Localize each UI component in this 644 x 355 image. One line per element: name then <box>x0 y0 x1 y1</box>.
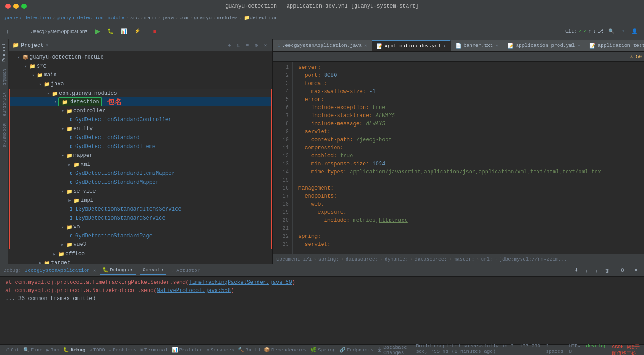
stop-button[interactable]: ■ <box>151 26 159 37</box>
bc-master[interactable]: master: <box>454 257 475 262</box>
tab-banner[interactable]: 📄 banner.txt ✕ <box>451 40 503 51</box>
status-problems[interactable]: ⚠ Problems <box>109 347 136 353</box>
debug-settings-button[interactable]: ⚙ <box>618 265 627 276</box>
debug-clear[interactable]: 🗑 <box>602 265 612 276</box>
profile-button[interactable]: ⚡ <box>131 26 143 37</box>
tree-item-mapper[interactable]: ▾ 📁 mapper <box>9 151 272 160</box>
bc-item-4[interactable]: main <box>144 15 156 21</box>
status-git[interactable]: ⎇ Git <box>4 347 20 353</box>
status-profiler[interactable]: 📊 Profiler <box>172 347 203 353</box>
tree-item-service[interactable]: ▾ 📁 service <box>9 187 272 196</box>
bc-url[interactable]: url: <box>481 257 492 262</box>
tree-item-gyd-controller[interactable]: C GydDetectionStandardController <box>9 115 272 124</box>
close-button[interactable] <box>5 4 11 9</box>
coverage-button[interactable]: 📊 <box>118 26 130 37</box>
bc-item-6[interactable]: com <box>179 15 188 21</box>
settings-icon[interactable]: ⚙ <box>253 42 260 49</box>
expand-icon[interactable]: ⇅ <box>235 42 242 49</box>
tree-item-root[interactable]: ▾ 📦 guanyu-detection-module <box>9 53 272 62</box>
tab-close-jeecg[interactable]: ✕ <box>364 43 367 48</box>
tab-app-dev[interactable]: 📝 application-dev.yml ● <box>372 40 451 51</box>
bc-item-8[interactable]: modules <box>217 15 238 21</box>
code-content[interactable]: server: port: 8080 tomcat: max-swallow-s… <box>293 62 644 254</box>
status-deps[interactable]: 📦 Dependencies <box>264 347 307 353</box>
maximize-button[interactable] <box>21 4 27 9</box>
debug-step-over[interactable]: ⬇ <box>572 265 581 276</box>
bc-jdbc[interactable]: jdbc:mysql://rm-2zem... <box>499 257 567 262</box>
position-text[interactable]: 137:230 <box>520 343 540 355</box>
tree-item-impl[interactable]: ▶ 📁 impl <box>9 196 272 205</box>
status-find[interactable]: 🔍 Find <box>23 347 42 353</box>
bc-datasource[interactable]: datasource: <box>346 257 378 262</box>
bc-spring[interactable]: spring: <box>318 257 339 262</box>
vcs-update-button[interactable]: ↓ <box>4 26 12 37</box>
debug-tab-console[interactable]: Console <box>140 266 166 275</box>
tree-item-page[interactable]: C GydDetectionStandardPage <box>9 232 272 241</box>
bc-item-9[interactable]: detection <box>250 15 276 21</box>
locate-icon[interactable]: ⊕ <box>226 42 233 49</box>
tab-close-app-prod[interactable]: ✕ <box>577 43 580 48</box>
minimize-button[interactable] <box>13 4 19 9</box>
bc-item-1[interactable]: guanyu-detection <box>4 15 51 21</box>
status-build[interactable]: 🔨 Build <box>238 347 260 353</box>
encoding-text[interactable]: UTF-8 <box>569 343 580 355</box>
sidebar-label-project[interactable]: Project <box>2 43 7 62</box>
sidebar-label-commit[interactable]: Commit <box>2 69 7 85</box>
tree-item-service1[interactable]: I IGydDetectionStandardItemsService <box>9 205 272 214</box>
sidebar-label-bookmarks[interactable]: Bookmarks <box>2 123 7 148</box>
collapse-icon[interactable]: ≡ <box>244 42 251 49</box>
debug-close-icon[interactable]: ✕ <box>93 268 96 273</box>
close-panel-icon[interactable]: ✕ <box>262 42 269 49</box>
vcs-push-button[interactable]: ↑ <box>13 26 21 37</box>
tree-item-mapper1[interactable]: C GydDetectionStandardItemsMapper <box>9 169 272 178</box>
help-button[interactable]: ? <box>619 26 627 37</box>
tab-close-banner[interactable]: ✕ <box>496 43 498 48</box>
tree-item-service2[interactable]: I IGydDetectionStandardService <box>9 214 272 223</box>
status-run[interactable]: ▶ Run <box>46 347 59 353</box>
bc-item-5[interactable]: java <box>162 15 174 21</box>
status-spring[interactable]: 🌿 Spring <box>310 347 336 353</box>
bc-item-7[interactable]: guanyu <box>194 15 212 21</box>
warning-count[interactable]: ⚠ 50 <box>630 54 642 59</box>
debug-step-out[interactable]: ↑ <box>593 265 601 276</box>
status-db-changes[interactable]: 🗄 Database Changes <box>377 345 412 355</box>
branch-text[interactable]: develop <box>586 343 606 355</box>
debug-tab-debugger[interactable]: 🐛 Debugger <box>100 266 136 275</box>
search-button[interactable]: 🔍 <box>606 26 617 37</box>
tree-item-main[interactable]: ▾ 📁 main <box>9 71 272 80</box>
tab-jeecg-java[interactable]: ☕ JeecgSystemApplication.java ✕ <box>273 40 372 51</box>
tree-item-target[interactable]: ▶ 📁 target <box>9 258 272 264</box>
debug-link-1[interactable]: TimeTrackingPacketSender.java:50 <box>189 279 292 286</box>
tree-item-com-guanyu[interactable]: ▾ 📁 com.guanyu.modules <box>9 89 272 97</box>
bc-datasource2[interactable]: datasource: <box>415 257 447 262</box>
tree-item-gyd-entity1[interactable]: C GydDetectionStandard <box>9 133 272 142</box>
status-terminal[interactable]: ⊞ Terminal <box>140 347 168 353</box>
tree-item-controller[interactable]: ▾ 📁 controller <box>9 106 272 115</box>
run-button[interactable]: ▶ <box>92 26 103 37</box>
run-config-button[interactable]: JeecgSystemApplication ▾ <box>29 26 90 37</box>
tree-item-mapper2[interactable]: C GydDetectionStandardMapper <box>9 178 272 187</box>
bc-item-3[interactable]: src <box>130 15 139 21</box>
status-endpoints[interactable]: 🔗 Endpoints <box>339 347 373 353</box>
tree-item-src[interactable]: ▾ 📁 src <box>9 62 272 71</box>
status-debug[interactable]: 🐛 Debug <box>63 347 85 353</box>
status-services[interactable]: ⚙ Services <box>206 347 234 353</box>
tree-item-entity[interactable]: ▾ 📁 entity <box>9 124 272 133</box>
tab-app-test[interactable]: 📝 application-test.yml ✕ <box>585 40 644 51</box>
debug-link-2[interactable]: NativeProtocol.java:558 <box>157 287 231 294</box>
debug-panel-close[interactable]: ✕ <box>631 265 640 276</box>
tree-item-xml[interactable]: ▶ 📁 xml <box>9 160 272 169</box>
tree-item-gyd-entity2[interactable]: C GydDetectionStandardItems <box>9 142 272 151</box>
bc-dynamic[interactable]: dynamic: <box>385 257 408 262</box>
tree-item-vue3[interactable]: ▶ 📁 vue3 <box>9 241 272 249</box>
tree-item-vo[interactable]: ▾ 📁 vo <box>9 223 272 232</box>
bc-item-2[interactable]: guanyu-detection-module <box>56 15 124 21</box>
user-button[interactable]: 👤 <box>629 26 640 37</box>
tab-close-app-dev[interactable]: ● <box>443 44 446 49</box>
tree-item-office[interactable]: ▶ 📁 office <box>9 249 272 258</box>
spaces-text[interactable]: 2 spaces <box>546 343 564 355</box>
tab-app-prod[interactable]: 📝 application-prod.yml ✕ <box>503 40 585 51</box>
debug-run-button[interactable]: 🐛 <box>105 26 116 37</box>
tree-item-detection[interactable]: ▾ 📁 detection 包名 <box>9 97 272 106</box>
debug-step-into[interactable]: ↓ <box>583 265 591 276</box>
